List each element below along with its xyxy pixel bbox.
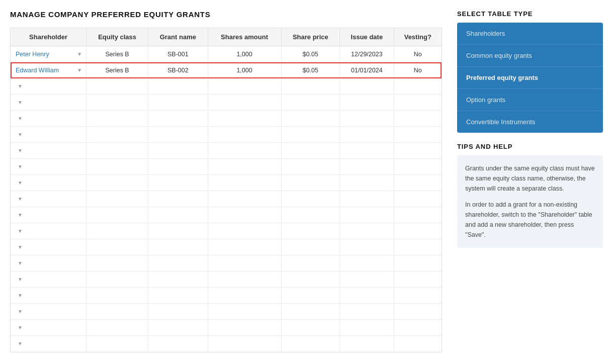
- empty-cell: [208, 191, 281, 207]
- empty-cell: [281, 304, 340, 320]
- table-row[interactable]: Peter Henry▼Series BSB-0011,000$0.0512/2…: [11, 46, 442, 62]
- chevron-down-icon[interactable]: ▼: [18, 325, 23, 330]
- empty-cell: [394, 239, 442, 255]
- chevron-down-icon[interactable]: ▼: [18, 341, 23, 346]
- shares-amount-cell: 1,000: [208, 62, 281, 78]
- empty-shareholder-td[interactable]: ▼: [11, 159, 86, 175]
- col-shareholder: Shareholder: [11, 28, 86, 46]
- empty-cell: [394, 78, 442, 95]
- shareholder-name: Edward William: [16, 67, 59, 74]
- empty-cell: [86, 78, 148, 95]
- empty-shareholder-td[interactable]: ▼: [11, 191, 86, 207]
- chevron-down-icon[interactable]: ▼: [18, 148, 23, 153]
- chevron-down-icon[interactable]: ▼: [18, 83, 23, 89]
- empty-row: ▼: [11, 239, 442, 255]
- empty-cell: [208, 271, 281, 288]
- chevron-down-icon[interactable]: ▼: [18, 164, 23, 169]
- chevron-down-icon[interactable]: ▼: [18, 277, 23, 282]
- empty-cell: [281, 288, 340, 304]
- empty-cell: [148, 175, 208, 191]
- table-type-item[interactable]: Preferred equity grants: [457, 67, 603, 89]
- empty-cell: [394, 143, 442, 159]
- tips-box: Grants under the same equity class must …: [457, 155, 603, 248]
- empty-cell: [340, 143, 394, 159]
- empty-cell: [394, 304, 442, 320]
- empty-cell: [86, 255, 148, 271]
- empty-cell: [86, 271, 148, 288]
- chevron-down-icon[interactable]: ▼: [18, 100, 23, 105]
- table-type-item[interactable]: Common equity grants: [457, 45, 603, 67]
- empty-row: ▼: [11, 191, 442, 207]
- empty-shareholder-td[interactable]: ▼: [11, 336, 86, 352]
- empty-shareholder-td[interactable]: ▼: [11, 78, 86, 95]
- empty-shareholder-td[interactable]: ▼: [11, 143, 86, 159]
- table-type-item[interactable]: Option grants: [457, 89, 603, 111]
- data-table: Shareholder Equity class Grant name Shar…: [10, 28, 442, 352]
- chevron-down-icon[interactable]: ▼: [18, 180, 23, 186]
- equity-class-cell: Series B: [86, 46, 148, 62]
- vesting-cell: No: [394, 46, 442, 62]
- empty-cell: [208, 255, 281, 271]
- chevron-down-icon[interactable]: ▼: [18, 293, 23, 298]
- empty-cell: [394, 175, 442, 191]
- empty-cell: [86, 223, 148, 239]
- chevron-down-icon[interactable]: ▼: [18, 196, 23, 202]
- table-type-panel: ShareholdersCommon equity grantsPreferre…: [457, 23, 603, 133]
- empty-shareholder-td[interactable]: ▼: [11, 288, 86, 304]
- empty-cell: [86, 127, 148, 143]
- empty-cell: [208, 223, 281, 239]
- chevron-down-icon[interactable]: ▼: [18, 116, 23, 121]
- empty-cell: [208, 336, 281, 352]
- empty-shareholder-td[interactable]: ▼: [11, 127, 86, 143]
- chevron-down-icon[interactable]: ▼: [77, 51, 82, 57]
- empty-cell: [340, 191, 394, 207]
- empty-cell: [394, 271, 442, 288]
- col-issue-date: Issue date: [340, 28, 394, 46]
- chevron-down-icon[interactable]: ▼: [18, 260, 23, 266]
- empty-cell: [340, 175, 394, 191]
- empty-cell: [148, 223, 208, 239]
- empty-shareholder-td[interactable]: ▼: [11, 239, 86, 255]
- empty-cell: [281, 191, 340, 207]
- issue-date-cell: 01/01/2024: [340, 62, 394, 78]
- chevron-down-icon[interactable]: ▼: [18, 244, 23, 250]
- empty-cell: [340, 288, 394, 304]
- select-table-title: SELECT TABLE TYPE: [457, 10, 603, 18]
- table-type-item[interactable]: Shareholders: [457, 23, 603, 45]
- empty-shareholder-td[interactable]: ▼: [11, 95, 86, 111]
- empty-cell: [281, 336, 340, 352]
- empty-shareholder-td[interactable]: ▼: [11, 304, 86, 320]
- tip-text: In order to add a grant for a non-existi…: [465, 200, 595, 240]
- empty-shareholder-td[interactable]: ▼: [11, 111, 86, 127]
- empty-shareholder-td[interactable]: ▼: [11, 320, 86, 336]
- empty-cell: [148, 95, 208, 111]
- empty-cell: [394, 127, 442, 143]
- empty-shareholder-td[interactable]: ▼: [11, 255, 86, 271]
- empty-row: ▼: [11, 95, 442, 111]
- table-row[interactable]: Edward William▼Series BSB-0021,000$0.050…: [11, 62, 442, 78]
- empty-shareholder-td[interactable]: ▼: [11, 207, 86, 223]
- table-type-item[interactable]: Convertible Instruments: [457, 111, 603, 133]
- shareholder-td[interactable]: Peter Henry▼: [11, 46, 86, 62]
- chevron-down-icon[interactable]: ▼: [18, 228, 23, 234]
- grant-name-cell: SB-002: [148, 62, 208, 78]
- shareholder-td[interactable]: Edward William▼: [11, 62, 86, 78]
- empty-cell: [208, 127, 281, 143]
- empty-cell: [394, 191, 442, 207]
- table-header-row: Shareholder Equity class Grant name Shar…: [11, 28, 442, 46]
- empty-cell: [281, 78, 340, 95]
- chevron-down-icon[interactable]: ▼: [18, 132, 23, 137]
- empty-cell: [148, 143, 208, 159]
- empty-shareholder-td[interactable]: ▼: [11, 271, 86, 288]
- chevron-down-icon[interactable]: ▼: [18, 212, 23, 218]
- empty-cell: [208, 111, 281, 127]
- chevron-down-icon[interactable]: ▼: [18, 309, 23, 314]
- col-share-price: Share price: [281, 28, 340, 46]
- empty-row: ▼: [11, 255, 442, 271]
- empty-shareholder-td[interactable]: ▼: [11, 175, 86, 191]
- chevron-down-icon[interactable]: ▼: [77, 67, 82, 73]
- empty-shareholder-td[interactable]: ▼: [11, 223, 86, 239]
- share-price-cell: $0.05: [281, 46, 340, 62]
- empty-cell: [86, 336, 148, 352]
- empty-cell: [148, 159, 208, 175]
